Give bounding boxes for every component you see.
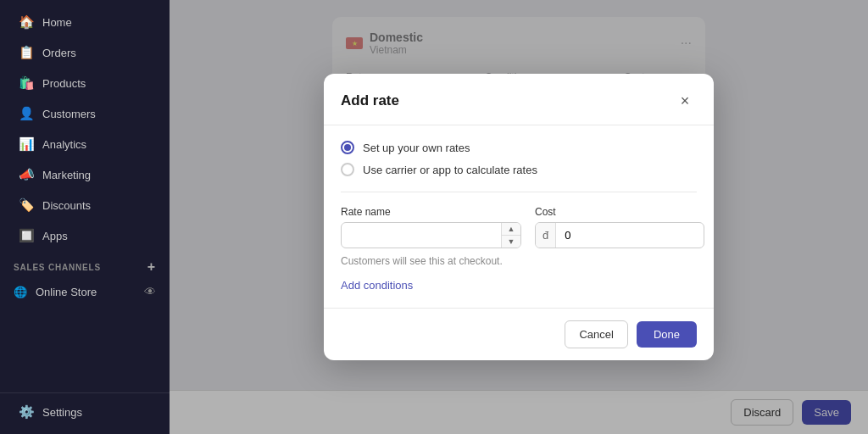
cancel-button[interactable]: Cancel — [565, 320, 627, 348]
sidebar-item-label: Marketing — [42, 169, 91, 181]
sidebar: 🏠 Home 📋 Orders 🛍️ Products 👤 Customers … — [0, 0, 170, 434]
sidebar-item-label: Customers — [42, 108, 96, 120]
online-store-icon: 🌐 — [14, 286, 27, 298]
sidebar-item-label: Orders — [42, 47, 76, 59]
analytics-icon: 📊 — [19, 136, 34, 152]
done-button[interactable]: Done — [637, 321, 697, 348]
apps-icon: 🔲 — [19, 228, 34, 243]
marketing-icon: 📣 — [19, 167, 34, 182]
sidebar-item-label: Home — [42, 16, 72, 29]
rate-name-label: Rate name — [341, 206, 521, 218]
sidebar-item-analytics[interactable]: 📊 Analytics — [5, 130, 164, 159]
add-conditions-link[interactable]: Add conditions — [341, 279, 413, 292]
rate-name-input-wrapper: ▲ ▼ — [341, 222, 521, 248]
sidebar-item-marketing[interactable]: 📣 Marketing — [5, 160, 164, 189]
cost-currency: đ — [536, 223, 556, 248]
radio-carrier-indicator — [341, 163, 354, 176]
sidebar-item-home[interactable]: 🏠 Home — [5, 8, 164, 36]
spin-down-button[interactable]: ▼ — [502, 236, 520, 248]
rate-name-spin: ▲ ▼ — [501, 223, 520, 248]
sidebar-item-label: Apps — [42, 230, 68, 242]
sidebar-item-apps[interactable]: 🔲 Apps — [5, 221, 164, 250]
rate-name-input[interactable] — [342, 223, 501, 248]
sidebar-item-label: Discounts — [42, 199, 91, 212]
add-rate-modal: Add rate × Set up your own rates Use car… — [324, 74, 714, 360]
customers-icon: 👤 — [19, 106, 34, 121]
cost-group: Cost đ Free — [535, 206, 704, 248]
home-icon: 🏠 — [19, 14, 34, 30]
main-content: Domestic Vietnam ··· Rate name Condition… — [170, 0, 868, 434]
modal-overlay[interactable]: Add rate × Set up your own rates Use car… — [170, 0, 868, 434]
radio-own-label: Set up your own rates — [363, 142, 470, 154]
online-store-label: Online Store — [36, 286, 97, 298]
radio-own-indicator — [341, 141, 354, 154]
sidebar-item-label: Products — [42, 77, 86, 90]
modal-title: Add rate — [341, 92, 399, 109]
hint-text: Customers will see this at checkout. — [341, 255, 697, 267]
modal-close-button[interactable]: × — [673, 89, 697, 113]
sidebar-item-discounts[interactable]: 🏷️ Discounts — [5, 191, 164, 220]
eye-icon[interactable]: 👁 — [144, 285, 156, 298]
sales-channels-section: SALES CHANNELS + — [0, 251, 170, 278]
sidebar-item-online-store[interactable]: 🌐 Online Store 👁 — [0, 278, 170, 305]
settings-icon: ⚙️ — [19, 404, 34, 420]
products-icon: 🛍️ — [19, 75, 34, 91]
sidebar-item-orders[interactable]: 📋 Orders — [5, 38, 164, 67]
sidebar-bottom: ⚙️ Settings — [0, 392, 170, 427]
form-row: Rate name ▲ ▼ Cost — [341, 206, 697, 248]
rate-type-radio-group: Set up your own rates Use carrier or app… — [341, 141, 697, 176]
add-sales-channel-button[interactable]: + — [147, 259, 156, 275]
sidebar-item-settings[interactable]: ⚙️ Settings — [5, 398, 164, 426]
spin-up-button[interactable]: ▲ — [502, 223, 520, 235]
rate-name-group: Rate name ▲ ▼ — [341, 206, 521, 248]
settings-label: Settings — [42, 406, 82, 419]
modal-divider — [341, 192, 697, 192]
cost-input[interactable] — [556, 223, 704, 248]
radio-carrier-rates[interactable]: Use carrier or app to calculate rates — [341, 163, 697, 176]
modal-body: Set up your own rates Use carrier or app… — [324, 125, 714, 308]
cost-label: Cost — [535, 206, 704, 218]
modal-header: Add rate × — [324, 74, 714, 125]
discounts-icon: 🏷️ — [19, 198, 34, 213]
radio-own-rates[interactable]: Set up your own rates — [341, 141, 697, 154]
sidebar-item-products[interactable]: 🛍️ Products — [5, 69, 164, 97]
orders-icon: 📋 — [19, 45, 34, 60]
sidebar-item-label: Analytics — [42, 138, 86, 151]
radio-carrier-label: Use carrier or app to calculate rates — [363, 164, 537, 176]
modal-footer: Cancel Done — [324, 308, 714, 360]
cost-input-wrapper: đ Free — [535, 222, 704, 248]
sidebar-item-customers[interactable]: 👤 Customers — [5, 99, 164, 128]
